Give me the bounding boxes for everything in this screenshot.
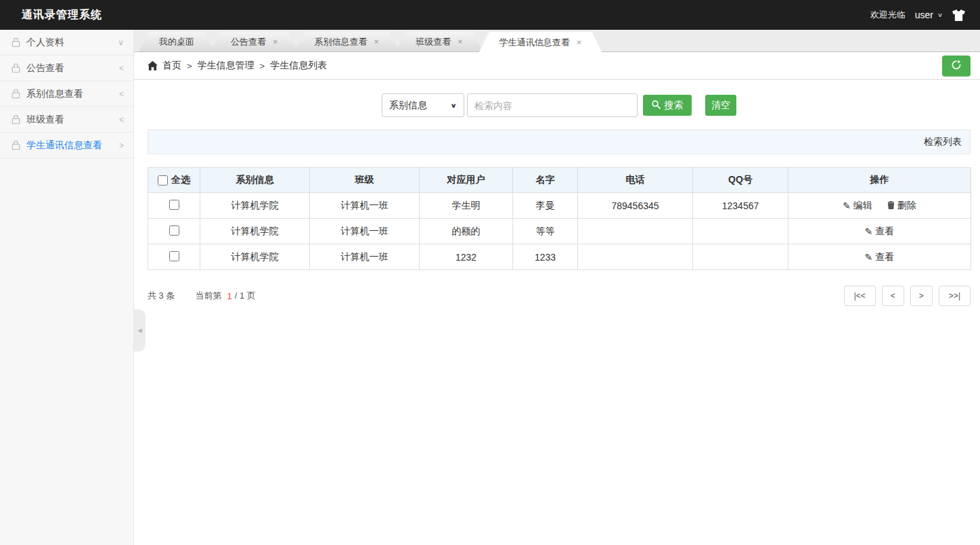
edit-link[interactable]: ✎ 编辑 bbox=[843, 200, 872, 212]
refresh-button[interactable] bbox=[942, 56, 971, 77]
row-checkbox[interactable] bbox=[169, 200, 179, 210]
chevron-icon: ∨ bbox=[118, 38, 124, 47]
cell-phone: 789456345 bbox=[578, 193, 693, 219]
cell-name: 等等 bbox=[513, 219, 578, 244]
cell-qq bbox=[693, 219, 788, 244]
sidebar-item-label: 公告查看 bbox=[26, 62, 119, 74]
chevron-down-icon: ∨ bbox=[450, 102, 457, 109]
view-label: 查看 bbox=[875, 225, 894, 238]
table-row: 计算机学院 计算机一班 学生明 李曼 789456345 1234567 ✎ 编… bbox=[148, 193, 971, 219]
sidebar-item-label: 学生通讯信息查看 bbox=[26, 139, 119, 152]
first-page-button[interactable]: |<< bbox=[844, 286, 876, 306]
page-count-suffix: / 1 页 bbox=[235, 290, 256, 302]
app-header: 通讯录管理系统 欢迎光临 user ∨ bbox=[0, 0, 980, 30]
row-checkbox[interactable] bbox=[169, 251, 179, 261]
sidebar-item-label: 班级查看 bbox=[26, 114, 119, 126]
tab-label: 系别信息查看 bbox=[315, 32, 368, 51]
home-icon bbox=[148, 61, 158, 70]
refresh-icon bbox=[951, 60, 962, 72]
app-title: 通讯录管理系统 bbox=[22, 8, 102, 22]
pencil-icon: ✎ bbox=[865, 226, 873, 237]
total-count: 共 3 条 bbox=[148, 290, 175, 302]
tab-my-desktop[interactable]: 我的桌面 bbox=[139, 32, 215, 51]
lock-icon bbox=[11, 63, 21, 73]
clear-button[interactable]: 清空 bbox=[705, 95, 736, 116]
tab-student-contacts[interactable]: 学生通讯信息查看 × bbox=[479, 32, 602, 52]
sidebar-item-student-contacts[interactable]: 学生通讯信息查看 > bbox=[0, 133, 133, 158]
breadcrumb: 首页 > 学生信息管理 > 学生信息列表 bbox=[134, 52, 980, 80]
lock-icon bbox=[11, 89, 21, 99]
tab-announcements[interactable]: 公告查看 × bbox=[210, 32, 298, 51]
cell-name: 李曼 bbox=[513, 193, 578, 219]
chevron-icon: < bbox=[119, 89, 124, 99]
tab-classes[interactable]: 班级查看 × bbox=[395, 32, 483, 51]
current-page-number: 1 bbox=[227, 291, 231, 301]
tab-departments[interactable]: 系别信息查看 × bbox=[294, 32, 400, 51]
pencil-icon: ✎ bbox=[865, 252, 873, 263]
select-all-label: 全选 bbox=[171, 174, 190, 186]
pagination: 共 3 条 当前第 1 / 1 页 |<< < > >>| bbox=[148, 286, 971, 306]
delete-link[interactable]: 删除 bbox=[887, 200, 916, 212]
search-input[interactable] bbox=[467, 93, 638, 117]
close-icon[interactable]: × bbox=[273, 37, 278, 46]
close-icon[interactable]: × bbox=[374, 37, 380, 46]
cell-class: 计算机一班 bbox=[310, 193, 420, 219]
col-header-dept: 系别信息 bbox=[200, 168, 310, 193]
select-all-checkbox[interactable] bbox=[158, 175, 168, 186]
cell-name: 1233 bbox=[513, 244, 578, 270]
tab-bar: 我的桌面 公告查看 × 系别信息查看 × 班级查看 × 学生通讯信息查看 × bbox=[134, 30, 980, 52]
tab-label: 公告查看 bbox=[231, 32, 266, 51]
clear-button-label: 清空 bbox=[711, 100, 730, 112]
cell-phone bbox=[578, 219, 693, 244]
collapse-left-icon: ◀ bbox=[137, 327, 142, 334]
main-area: 我的桌面 公告查看 × 系别信息查看 × 班级查看 × 学生通讯信息查看 × 首… bbox=[134, 30, 980, 545]
sidebar-collapse-handle[interactable]: ◀ bbox=[134, 309, 146, 351]
cell-user: 1232 bbox=[420, 244, 513, 270]
col-header-qq: QQ号 bbox=[693, 168, 788, 193]
cell-dept: 计算机学院 bbox=[200, 219, 310, 244]
view-link[interactable]: ✎ 查看 bbox=[865, 251, 895, 263]
theme-tshirt-icon[interactable] bbox=[952, 9, 965, 21]
breadcrumb-home[interactable]: 首页 bbox=[162, 60, 181, 72]
cell-dept: 计算机学院 bbox=[200, 193, 310, 219]
sidebar-item-departments[interactable]: 系别信息查看 < bbox=[0, 81, 133, 107]
search-button[interactable]: 搜索 bbox=[643, 95, 692, 116]
view-link[interactable]: ✎ 查看 bbox=[865, 225, 895, 238]
table-row: 计算机学院 计算机一班 的额的 等等 ✎ 查看 bbox=[148, 219, 971, 244]
chevron-icon: < bbox=[119, 115, 124, 125]
next-page-button[interactable]: > bbox=[910, 286, 933, 306]
breadcrumb-level2[interactable]: 学生信息管理 bbox=[198, 60, 254, 72]
lock-icon bbox=[11, 37, 21, 47]
prev-page-button[interactable]: < bbox=[882, 286, 904, 306]
search-button-label: 搜索 bbox=[665, 100, 684, 112]
sidebar-item-profile[interactable]: 个人资料 ∨ bbox=[0, 30, 133, 56]
search-field-select[interactable]: 系别信息 ∨ bbox=[382, 93, 464, 117]
last-page-button[interactable]: >>| bbox=[939, 286, 971, 306]
chevron-icon: > bbox=[119, 141, 124, 150]
col-header-user: 对应用户 bbox=[420, 168, 513, 193]
cell-user: 学生明 bbox=[420, 193, 513, 219]
trash-icon bbox=[887, 200, 895, 211]
sidebar-item-announcements[interactable]: 公告查看 < bbox=[0, 56, 133, 81]
cell-user: 的额的 bbox=[420, 219, 513, 244]
edit-label: 编辑 bbox=[853, 200, 872, 212]
delete-label: 删除 bbox=[897, 200, 916, 212]
sidebar-item-label: 系别信息查看 bbox=[26, 88, 119, 100]
row-checkbox[interactable] bbox=[169, 225, 179, 236]
tab-label: 学生通讯信息查看 bbox=[499, 32, 570, 52]
lock-icon bbox=[11, 140, 21, 150]
sidebar-item-classes[interactable]: 班级查看 < bbox=[0, 107, 133, 133]
chevron-icon: < bbox=[119, 64, 124, 73]
close-icon[interactable]: × bbox=[458, 37, 463, 46]
select-value: 系别信息 bbox=[389, 100, 427, 112]
close-icon[interactable]: × bbox=[577, 38, 582, 47]
list-title: 检索列表 bbox=[924, 136, 962, 148]
current-page-prefix: 当前第 bbox=[195, 290, 221, 302]
chevron-down-icon: ∨ bbox=[937, 12, 943, 18]
sidebar: 个人资料 ∨ 公告查看 < 系别信息查看 < 班级查看 < 学生通讯信息查看 > bbox=[0, 30, 134, 545]
cell-qq bbox=[693, 244, 788, 270]
cell-phone bbox=[578, 244, 693, 270]
view-label: 查看 bbox=[875, 251, 894, 263]
tab-label: 班级查看 bbox=[416, 32, 451, 51]
user-dropdown[interactable]: user ∨ bbox=[915, 9, 943, 20]
